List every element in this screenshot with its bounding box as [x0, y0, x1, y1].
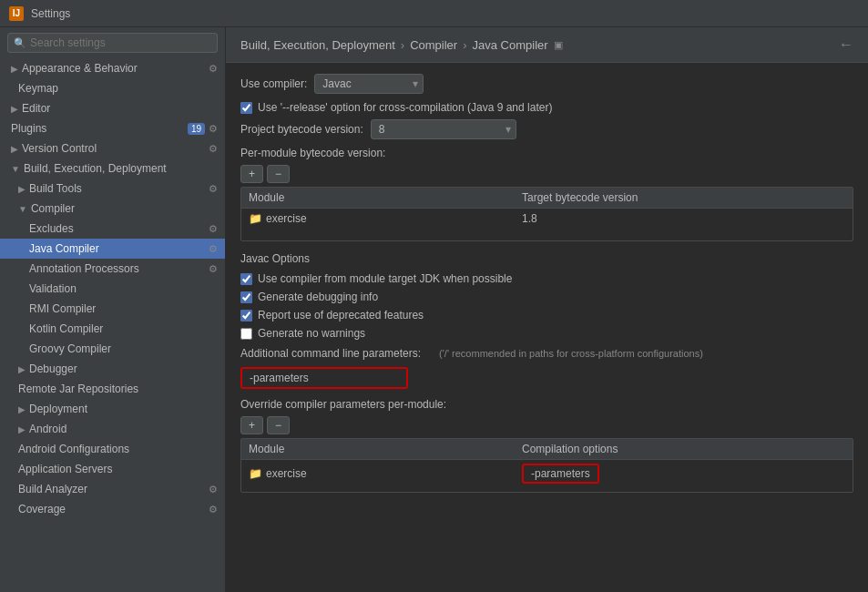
- sidebar-item-android-configurations[interactable]: Android Configurations: [0, 439, 225, 459]
- override-table-toolbar: + −: [240, 416, 853, 434]
- gear-icon: ⚙: [209, 484, 218, 495]
- breadcrumb-part-1: Build, Execution, Deployment: [240, 38, 395, 52]
- sidebar-item-excludes[interactable]: Excludes ⚙: [0, 219, 225, 239]
- search-box[interactable]: 🔍: [7, 33, 218, 53]
- content-body: Use compiler: Javac Eclipse Ajc Use '--r…: [226, 63, 868, 592]
- sidebar-item-plugins[interactable]: Plugins 19 ⚙: [0, 118, 225, 138]
- add-module-button[interactable]: +: [240, 165, 263, 183]
- override-module-name: exercise: [266, 467, 307, 480]
- sidebar-item-application-servers[interactable]: Application Servers: [0, 459, 225, 479]
- sidebar-item-version-control[interactable]: ▶ Version Control ⚙: [0, 138, 225, 158]
- arrow-icon: ▶: [18, 404, 26, 414]
- gear-icon: ⚙: [209, 123, 218, 135]
- sidebar-item-label: Application Servers: [18, 463, 112, 475]
- cross-compile-label: Use '--release' option for cross-compila…: [258, 101, 552, 114]
- sidebar-item-label: Validation: [29, 282, 77, 295]
- sidebar-item-validation[interactable]: Validation: [0, 279, 225, 299]
- gear-icon: ⚙: [209, 143, 218, 155]
- sidebar-item-build-execution-deployment[interactable]: ▼ Build, Execution, Deployment: [0, 158, 225, 179]
- javac-checkbox-input-1[interactable]: [240, 291, 252, 303]
- javac-checkbox-2: Report use of deprecated features: [240, 309, 853, 322]
- sidebar-item-label: Build, Execution, Deployment: [24, 162, 167, 175]
- breadcrumb-part-2: Compiler: [410, 38, 457, 52]
- content-area: Build, Execution, Deployment › Compiler …: [226, 27, 868, 592]
- javac-checkbox-1: Generate debugging info: [240, 291, 853, 303]
- override-module-cell: 📁 exercise: [249, 467, 522, 480]
- sidebar-item-compiler[interactable]: ▼ Compiler: [0, 199, 225, 219]
- additional-params-hint: ('/' recommended in paths for cross-plat…: [439, 348, 703, 359]
- title-bar: IJ Settings: [0, 0, 868, 27]
- sidebar-item-label: Android Configurations: [18, 443, 129, 455]
- sidebar-item-deployment[interactable]: ▶ Deployment: [0, 399, 225, 419]
- gear-icon: ⚙: [209, 243, 218, 255]
- remove-module-button[interactable]: −: [267, 165, 290, 183]
- sidebar-item-label: Keymap: [18, 82, 58, 95]
- sidebar-item-build-analyzer[interactable]: Build Analyzer ⚙: [0, 479, 225, 499]
- sidebar-item-annotation-processors[interactable]: Annotation Processors ⚙: [0, 259, 225, 279]
- sidebar-item-label: Excludes: [29, 222, 74, 235]
- sidebar-item-build-tools[interactable]: ▶ Build Tools ⚙: [0, 179, 225, 199]
- sidebar: 🔍 ▶ Appearance & Behavior ⚙ Keymap ▶ Edi…: [0, 27, 226, 592]
- sidebar-item-remote-jar-repositories[interactable]: Remote Jar Repositories: [0, 379, 225, 399]
- module-version-cell: 1.8: [522, 212, 845, 225]
- gear-icon: ⚙: [209, 183, 218, 195]
- arrow-icon: ▼: [18, 204, 27, 214]
- sidebar-item-label: Version Control: [22, 142, 97, 155]
- sidebar-item-label: Build Analyzer: [18, 483, 87, 495]
- javac-checkbox-label-0: Use compiler from module target JDK when…: [258, 272, 512, 285]
- content-header: Build, Execution, Deployment › Compiler …: [226, 27, 868, 63]
- module-name-cell: 📁 exercise: [249, 212, 522, 225]
- javac-checkbox-input-2[interactable]: [240, 310, 252, 322]
- sidebar-item-coverage[interactable]: Coverage ⚙: [0, 499, 225, 519]
- javac-checkbox-0: Use compiler from module target JDK when…: [240, 272, 853, 285]
- javac-checkbox-label-3: Generate no warnings: [258, 327, 365, 340]
- sidebar-item-label: Deployment: [29, 403, 87, 415]
- gear-icon: ⚙: [209, 223, 218, 235]
- per-module-label: Per-module bytecode version:: [240, 147, 853, 159]
- col-header-module2: Module: [249, 443, 522, 455]
- sidebar-item-java-compiler[interactable]: Java Compiler ⚙: [0, 239, 225, 259]
- override-table: Module Compilation options 📁 exercise -p…: [240, 438, 853, 493]
- col-header-options: Compilation options: [522, 443, 845, 455]
- sidebar-item-keymap[interactable]: Keymap: [0, 78, 225, 98]
- bytecode-dropdown[interactable]: 891011: [371, 119, 516, 139]
- add-override-button[interactable]: +: [240, 416, 263, 434]
- module-table: Module Target bytecode version 📁 exercis…: [240, 187, 853, 241]
- bytecode-dropdown-wrap[interactable]: 891011: [371, 119, 516, 139]
- sidebar-item-label: RMI Compiler: [29, 302, 96, 315]
- sidebar-item-groovy-compiler[interactable]: Groovy Compiler: [0, 339, 225, 359]
- breadcrumb-pin-icon: ▣: [554, 39, 563, 51]
- sidebar-item-rmi-compiler[interactable]: RMI Compiler: [0, 299, 225, 319]
- override-table-header: Module Compilation options: [241, 439, 853, 460]
- app-icon: IJ: [9, 6, 24, 21]
- compiler-dropdown-wrap[interactable]: Javac Eclipse Ajc: [314, 74, 424, 94]
- compiler-dropdown[interactable]: Javac Eclipse Ajc: [314, 74, 424, 94]
- sidebar-item-editor[interactable]: ▶ Editor: [0, 98, 225, 118]
- window-title: Settings: [31, 7, 70, 20]
- sidebar-item-kotlin-compiler[interactable]: Kotlin Compiler: [0, 319, 225, 339]
- col-header-module: Module: [249, 191, 522, 204]
- override-label: Override compiler parameters per-module:: [240, 398, 853, 411]
- search-icon: 🔍: [14, 37, 26, 49]
- arrow-icon: ▶: [18, 364, 26, 374]
- additional-params-input[interactable]: [242, 369, 406, 387]
- javac-checkbox-label-1: Generate debugging info: [258, 291, 378, 303]
- javac-checkbox-input-0[interactable]: [240, 273, 252, 285]
- cross-compile-checkbox[interactable]: [240, 102, 252, 114]
- override-options-cell: -parameters: [522, 464, 845, 484]
- gear-icon: ⚙: [209, 63, 218, 75]
- sidebar-item-label: Annotation Processors: [29, 262, 139, 275]
- javac-checkbox-input-3[interactable]: [240, 328, 252, 340]
- remove-override-button[interactable]: −: [267, 416, 290, 434]
- sidebar-item-label: Coverage: [18, 503, 66, 515]
- back-button[interactable]: ←: [839, 36, 853, 53]
- plugins-badge: 19: [188, 123, 205, 135]
- module-table-toolbar: + −: [240, 165, 853, 183]
- javac-options-title: Javac Options: [240, 252, 853, 265]
- sidebar-item-appearance-behavior[interactable]: ▶ Appearance & Behavior ⚙: [0, 58, 225, 78]
- search-input[interactable]: [30, 36, 211, 49]
- cross-compile-row: Use '--release' option for cross-compila…: [240, 101, 853, 114]
- sidebar-item-label: Groovy Compiler: [29, 342, 111, 355]
- sidebar-item-android[interactable]: ▶ Android: [0, 419, 225, 439]
- sidebar-item-debugger[interactable]: ▶ Debugger: [0, 359, 225, 379]
